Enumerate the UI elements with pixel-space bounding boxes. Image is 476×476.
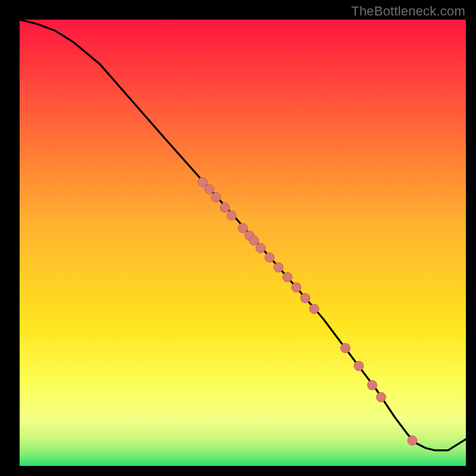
data-markers xyxy=(198,177,418,445)
data-marker xyxy=(227,211,236,220)
data-marker xyxy=(256,243,265,253)
data-marker xyxy=(300,293,310,303)
data-marker xyxy=(368,380,377,390)
data-marker xyxy=(274,262,283,272)
data-marker xyxy=(283,273,292,282)
data-marker xyxy=(408,436,417,445)
data-marker xyxy=(249,236,259,245)
data-marker xyxy=(309,304,319,314)
data-marker xyxy=(265,253,274,262)
curve-line xyxy=(20,20,466,450)
data-marker xyxy=(198,177,208,187)
chart-overlay xyxy=(20,20,466,466)
data-marker xyxy=(220,203,230,212)
chart-stage: TheBottleneck.com xyxy=(0,0,476,476)
data-marker xyxy=(377,393,386,402)
plot-area xyxy=(20,20,466,466)
data-marker xyxy=(341,343,350,353)
watermark-text: TheBottleneck.com xyxy=(351,4,465,19)
data-marker xyxy=(238,223,248,233)
data-marker xyxy=(354,361,364,371)
data-marker xyxy=(292,283,301,292)
data-marker xyxy=(211,193,221,202)
data-marker xyxy=(205,184,214,194)
